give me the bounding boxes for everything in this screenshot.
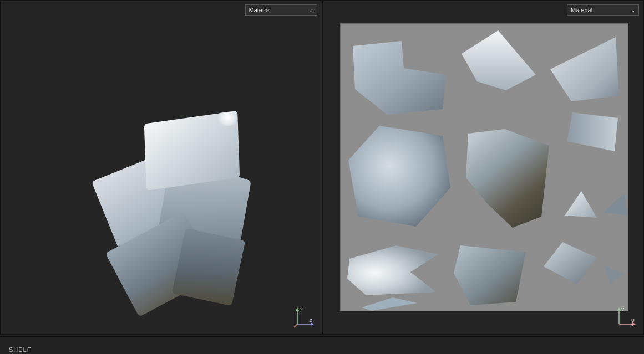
viewport-uv[interactable]: Material ⌄ (322, 1, 645, 335)
uv-island[interactable] (460, 127, 555, 232)
uv-island[interactable] (600, 190, 629, 218)
svg-marker-15 (454, 245, 526, 305)
axis-gizmo-3d: Y Z (293, 306, 315, 329)
svg-marker-17 (604, 265, 623, 284)
svg-marker-11 (565, 191, 597, 218)
shading-mode-label: Material (571, 7, 592, 13)
uv-island[interactable] (561, 188, 600, 223)
uv-island[interactable] (344, 240, 444, 301)
svg-marker-16 (544, 242, 597, 284)
chevron-down-icon: ⌄ (309, 7, 313, 13)
uv-island[interactable] (600, 262, 626, 286)
svg-marker-10 (466, 129, 549, 228)
svg-marker-21 (632, 322, 636, 326)
uv-island[interactable] (546, 34, 623, 106)
svg-marker-5 (353, 41, 446, 115)
shading-mode-dropdown-uv[interactable]: Material ⌄ (567, 4, 639, 16)
svg-marker-3 (311, 322, 314, 326)
uv-island[interactable] (345, 121, 456, 232)
chevron-down-icon: ⌄ (631, 7, 635, 13)
axis-up-label: Y (300, 307, 303, 312)
svg-marker-13 (347, 245, 438, 295)
axis-right-label: U (631, 318, 635, 323)
svg-line-4 (294, 324, 297, 327)
svg-marker-6 (462, 30, 536, 90)
viewport-split: Material ⌄ Y Z Material ⌄ (0, 0, 644, 335)
shading-mode-label: Material (249, 7, 271, 13)
svg-marker-7 (550, 37, 619, 101)
shelf-panel-label[interactable]: SHELF (9, 346, 31, 353)
uv-island[interactable] (562, 108, 623, 158)
uv-island[interactable] (450, 240, 534, 309)
shading-mode-dropdown-3d[interactable]: Material ⌄ (245, 4, 317, 16)
uv-island[interactable] (457, 28, 540, 95)
footer-bar: SHELF (0, 336, 644, 354)
svg-marker-12 (604, 193, 627, 216)
uv-canvas[interactable] (340, 23, 628, 311)
viewport-3d[interactable]: Material ⌄ Y Z (0, 1, 322, 335)
uv-island[interactable] (540, 239, 601, 289)
uv-island[interactable] (359, 295, 420, 312)
svg-marker-9 (348, 126, 450, 227)
mesh-preview[interactable] (84, 95, 250, 295)
uv-island[interactable] (348, 36, 454, 119)
svg-marker-1 (296, 307, 299, 311)
svg-marker-14 (362, 297, 417, 311)
axis-right-label: Z (310, 318, 312, 323)
svg-marker-8 (567, 112, 618, 151)
